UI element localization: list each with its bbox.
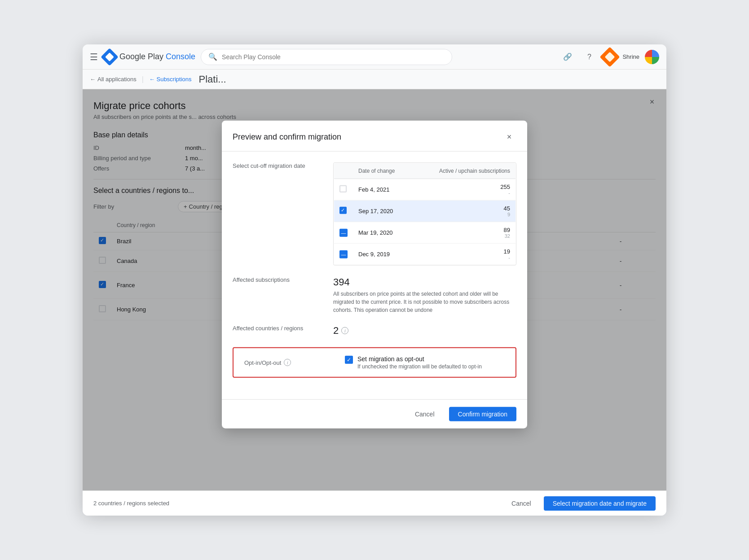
date-value: Dec 9, 2019 (353, 243, 413, 265)
date-value: Mar 19, 2020 (353, 222, 413, 243)
modal-close-button[interactable]: × (502, 130, 516, 144)
search-input[interactable] (222, 53, 445, 61)
bottom-cancel-button[interactable]: Cancel (504, 496, 538, 511)
user-name-label: Shrine (622, 53, 639, 60)
affected-subscriptions-content: 394 All subscribers on price points at t… (333, 276, 516, 314)
affected-countries-section: Affected countries / regions 2 i (233, 325, 516, 337)
bottom-bar: 2 countries / regions selected Cancel Se… (83, 490, 666, 516)
date-row-dec2019: — Dec 9, 2019 19- (334, 243, 516, 265)
optin-section: Opt-in/Opt-out i Set migration as opt-ou… (233, 347, 516, 378)
affected-subscriptions-section: Affected subscriptions 394 All subscribe… (233, 276, 516, 314)
top-bar: ☰ Google Play Console 🔍 🔗 ? Shrine (83, 44, 666, 70)
affected-countries-num: 2 (333, 325, 339, 337)
search-icon: 🔍 (208, 52, 217, 61)
date-row-sep2020: Sep 17, 2020 459 (334, 200, 516, 222)
bottom-actions: Cancel Select migration date and migrate (504, 496, 656, 511)
active-col-header: Active / upchain subscriptions (413, 163, 516, 179)
help-countries-icon[interactable]: i (341, 327, 348, 334)
play-logo-icon (101, 48, 119, 66)
sep2020-checkbox[interactable] (339, 207, 347, 214)
date-row-feb2021: Feb 4, 2021 255- (334, 179, 516, 200)
affected-subscriptions-label: Affected subscriptions (233, 276, 322, 314)
modal-body: Select cut-off migration date Date of ch… (222, 152, 527, 399)
modal-title: Preview and confirm migration (233, 132, 341, 141)
affected-num: 394 (333, 276, 516, 288)
optin-checkbox[interactable] (345, 356, 353, 364)
user-avatar[interactable] (600, 47, 620, 67)
date-table: Date of change Active / upchain subscrip… (334, 163, 516, 265)
select-migration-date-button[interactable]: Select migration date and migrate (544, 496, 656, 511)
affected-desc: All subscribers on price points at the s… (333, 290, 516, 314)
date-value: Sep 17, 2020 (353, 200, 413, 222)
help-icon[interactable]: ? (581, 49, 597, 65)
modal-header: Preview and confirm migration × (222, 121, 527, 152)
optin-help-icon[interactable]: i (284, 359, 291, 366)
date-col-header: Date of change (353, 163, 413, 179)
modal-footer: Cancel Confirm migration (222, 399, 527, 429)
optin-subtitle: If unchecked the migration will be defau… (357, 363, 482, 370)
optin-label: Opt-in/Opt-out i (244, 359, 334, 366)
page-title: Plati... (199, 74, 226, 85)
top-bar-actions: 🔗 ? Shrine (560, 49, 659, 65)
mar2020-checkbox[interactable]: — (339, 228, 348, 236)
main-content: × Migrate price cohorts All subscribers … (83, 89, 666, 490)
google-account-icon[interactable] (645, 50, 659, 64)
subscriptions-breadcrumb[interactable]: ← Subscriptions (149, 76, 192, 83)
optin-title: Set migration as opt-out (357, 355, 482, 363)
feb2021-checkbox[interactable] (339, 185, 347, 192)
selection-count: 2 countries / regions selected (93, 500, 169, 507)
browser-window: ☰ Google Play Console 🔍 🔗 ? Shrine ← (83, 44, 666, 516)
confirm-migration-button[interactable]: Confirm migration (449, 407, 516, 421)
date-table-wrapper: Date of change Active / upchain subscrip… (333, 162, 516, 266)
modal-cancel-button[interactable]: Cancel (406, 407, 444, 421)
search-bar[interactable]: 🔍 (201, 49, 452, 65)
affected-countries-label: Affected countries / regions (233, 325, 322, 337)
cutoff-label: Select cut-off migration date (233, 162, 322, 266)
hamburger-icon[interactable]: ☰ (90, 52, 98, 62)
sub-nav: ← All applications | ← Subscriptions Pla… (83, 70, 666, 89)
date-value: Feb 4, 2021 (353, 179, 413, 200)
preview-confirm-modal: Preview and confirm migration × Select c… (222, 121, 527, 429)
cutoff-date-section: Select cut-off migration date Date of ch… (233, 162, 516, 266)
date-row-mar2020: — Mar 19, 2020 8932 (334, 222, 516, 243)
logo-area: Google Play Console (103, 51, 195, 63)
back-arrow-icon: ← (90, 76, 96, 83)
affected-countries-content: 2 i (333, 325, 348, 337)
back-all-applications[interactable]: ← All applications (90, 76, 137, 83)
optin-content: Set migration as opt-out If unchecked th… (345, 355, 505, 370)
dec2019-checkbox[interactable]: — (339, 250, 348, 258)
app-title: Google Play Console (119, 52, 195, 61)
link-icon[interactable]: 🔗 (560, 49, 576, 65)
